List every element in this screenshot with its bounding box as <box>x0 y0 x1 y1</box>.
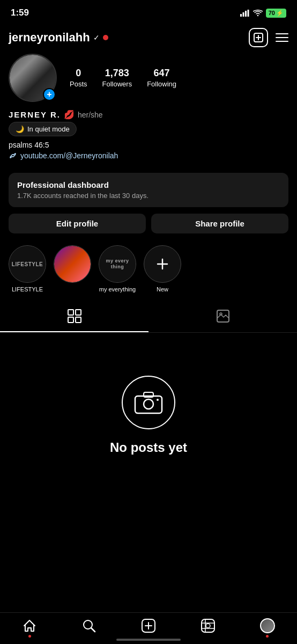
following-count: 647 <box>154 68 170 79</box>
nav-add[interactable] <box>141 618 156 633</box>
plus-icon <box>154 256 170 272</box>
empty-posts-state: No posts yet <box>0 333 297 487</box>
svg-point-19 <box>157 399 159 401</box>
chevron-down-icon[interactable]: ✓ <box>93 33 100 42</box>
highlight-thumbnail: my everything <box>99 246 136 282</box>
username: jerneyronilahh <box>9 31 90 45</box>
plus-square-icon <box>254 33 263 42</box>
hamburger-line <box>276 37 288 38</box>
highlight-thumbnail: LIFESTYLE <box>9 246 46 282</box>
status-bar: 1:59 70 ⚡ <box>0 0 297 24</box>
battery-level: 70 <box>269 10 275 16</box>
svg-rect-25 <box>202 619 214 632</box>
profile-section: + 0 Posts 1,783 Followers 647 Following … <box>0 54 297 166</box>
home-indicator <box>116 639 181 641</box>
svg-point-4 <box>257 14 258 16</box>
bio-text: psalms 46:5 <box>9 141 288 149</box>
camera-icon <box>134 391 163 414</box>
share-profile-button[interactable]: Share profile <box>151 214 288 233</box>
followers-label: Followers <box>102 80 132 88</box>
wifi-icon <box>253 10 263 17</box>
no-posts-label: No posts yet <box>110 440 187 455</box>
hamburger-line <box>276 41 288 42</box>
svg-rect-0 <box>240 14 242 17</box>
home-notification-dot <box>28 635 31 638</box>
svg-rect-1 <box>242 12 244 17</box>
svg-rect-11 <box>76 310 81 315</box>
dashboard-title: Professional dashboard <box>17 180 280 189</box>
grid-icon <box>67 309 82 324</box>
menu-button[interactable] <box>276 33 288 42</box>
posts-label: Posts <box>70 80 87 88</box>
add-story-button[interactable]: + <box>43 88 56 101</box>
svg-point-17 <box>144 399 153 409</box>
highlight-text: LIFESTYLE <box>12 261 43 267</box>
followers-count: 1,783 <box>105 68 129 79</box>
nav-reels[interactable] <box>201 618 216 633</box>
moon-icon: 🌙 <box>16 125 24 133</box>
highlight-lifestyle[interactable]: LIFESTYLE LIFESTYLE <box>9 245 46 292</box>
highlight-new-circle <box>144 245 181 283</box>
highlight-2[interactable] <box>54 245 91 286</box>
svg-rect-12 <box>68 317 73 323</box>
action-buttons: Edit profile Share profile <box>9 214 288 233</box>
highlight-circle: my everything <box>99 245 136 283</box>
nav-search[interactable] <box>81 618 96 633</box>
followers-stat[interactable]: 1,783 Followers <box>102 68 132 88</box>
live-indicator <box>103 35 108 40</box>
svg-rect-10 <box>68 310 73 315</box>
profile-avatar <box>260 618 275 633</box>
posts-stat: 0 Posts <box>70 68 87 88</box>
highlight-circle <box>54 245 91 283</box>
pronouns: her/she <box>78 111 103 119</box>
following-label: Following <box>147 80 176 88</box>
bio-link[interactable]: youtube.com/@Jerneyronilah <box>9 151 288 160</box>
username-area: jerneyronilahh ✓ <box>9 31 108 45</box>
highlight-label: my everything <box>99 286 136 292</box>
content-tabs <box>0 301 297 333</box>
tab-grid[interactable] <box>0 301 148 332</box>
stats-row: 0 Posts 1,783 Followers 647 Following <box>70 68 288 88</box>
tagged-icon <box>216 309 231 324</box>
svg-line-21 <box>91 628 95 632</box>
avatar-wrap[interactable]: + <box>9 54 57 102</box>
quiet-mode-label: In quiet mode <box>27 125 70 133</box>
bio-name: JERNEY R. 💋 her/she <box>9 109 288 120</box>
svg-point-26 <box>206 624 210 628</box>
battery-indicator: 70 ⚡ <box>266 9 286 18</box>
professional-dashboard-card[interactable]: Professional dashboard 1.7K accounts rea… <box>9 173 288 207</box>
display-name: JERNEY R. <box>9 110 61 119</box>
svg-rect-2 <box>245 11 247 17</box>
bio-link-text: youtube.com/@Jerneyronilah <box>20 151 118 160</box>
tab-tagged[interactable] <box>148 301 297 332</box>
home-icon <box>22 618 37 633</box>
highlight-new[interactable]: New <box>144 245 181 292</box>
add-icon <box>141 618 156 633</box>
highlight-thumbnail <box>54 246 91 282</box>
reels-icon <box>201 618 216 633</box>
highlight-label: LIFESTYLE <box>12 286 43 292</box>
signal-icon <box>240 10 250 17</box>
story-highlights: LIFESTYLE LIFESTYLE my everything my eve… <box>0 240 297 301</box>
header-actions <box>249 28 288 47</box>
badge-emoji: 💋 <box>64 109 75 120</box>
nav-home[interactable] <box>22 618 37 633</box>
nav-profile[interactable] <box>260 618 275 633</box>
status-time: 1:59 <box>11 8 29 18</box>
svg-rect-13 <box>76 317 81 323</box>
camera-circle <box>122 376 175 429</box>
highlight-circle: LIFESTYLE <box>9 245 46 283</box>
posts-count: 0 <box>76 68 81 79</box>
battery-charging-icon: ⚡ <box>276 10 284 17</box>
quiet-mode-badge[interactable]: 🌙 In quiet mode <box>9 122 77 136</box>
search-icon <box>81 618 96 633</box>
profile-top: + 0 Posts 1,783 Followers 647 Following <box>9 54 288 102</box>
following-stat[interactable]: 647 Following <box>147 68 176 88</box>
add-content-button[interactable] <box>249 28 268 47</box>
edit-profile-button[interactable]: Edit profile <box>9 214 146 233</box>
profile-notification-dot <box>266 635 269 638</box>
highlight-my-everything[interactable]: my everything my everything <box>99 245 136 292</box>
app-header: jerneyronilahh ✓ <box>0 24 297 54</box>
highlight-new-label: New <box>157 286 168 292</box>
status-icons: 70 ⚡ <box>240 9 286 18</box>
